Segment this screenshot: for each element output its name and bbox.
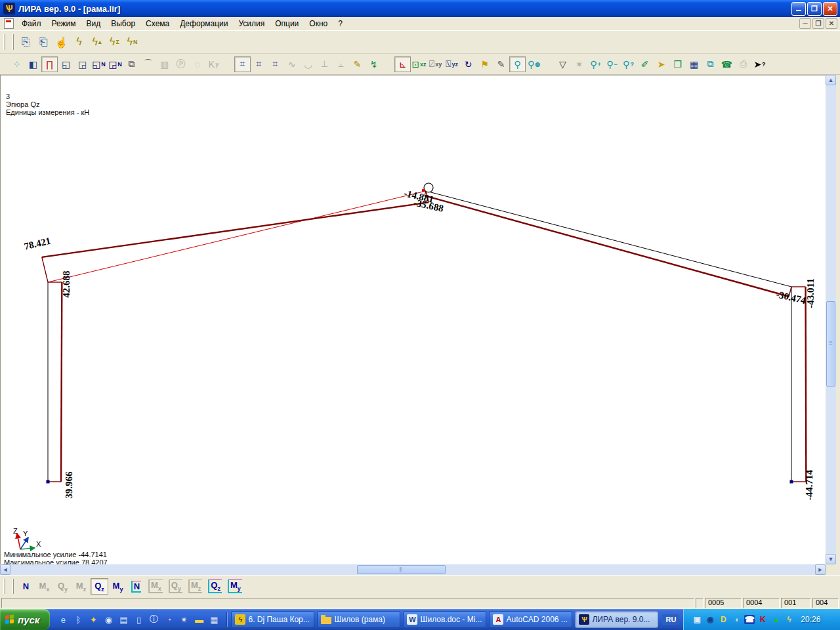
quarters-alt-icon[interactable]: ◲ (74, 56, 91, 72)
start-button[interactable]: пуск (0, 609, 50, 630)
qz-button[interactable]: Qz (91, 578, 108, 595)
clock[interactable]: 20:26 (801, 615, 820, 624)
book-pencil-icon[interactable]: ❒ (669, 56, 686, 72)
task-button[interactable]: ϟ6. Dj Паша Кор... (231, 611, 314, 628)
ruler-pencil-icon[interactable]: ✎ (349, 56, 366, 72)
keyboard-icon[interactable]: ▤ (117, 615, 130, 625)
dialer-icon[interactable]: ☎ (744, 615, 755, 624)
menu-Режим[interactable]: Режим (47, 18, 81, 30)
qz-mosaic-button[interactable]: Qz (205, 578, 224, 595)
calc-icon[interactable]: ▦ (207, 615, 220, 625)
bluetooth-icon[interactable]: ᛒ (72, 615, 85, 625)
numbers-page-icon[interactable]: ⧉ (123, 56, 140, 72)
quarters-icon[interactable]: ◱ (58, 56, 74, 72)
plane-yz-icon[interactable]: ⍂yz (444, 56, 460, 72)
n-mosaic-button[interactable]: N (127, 578, 145, 595)
power-icon[interactable]: ◉ (102, 615, 115, 625)
zoom-world-icon[interactable]: ⚲◍ (526, 56, 542, 72)
menu-Выбор[interactable]: Выбор (106, 18, 140, 30)
menu-Схема[interactable]: Схема (140, 18, 175, 30)
device-icon[interactable]: ▯ (132, 615, 145, 625)
document-icon[interactable] (4, 18, 14, 29)
menu-Опции[interactable]: Опции (270, 18, 304, 30)
scroll-down-button[interactable]: ▼ (826, 554, 836, 564)
my-button[interactable]: My (109, 578, 127, 595)
menu-Усилия[interactable]: Усилия (233, 18, 270, 30)
n-button[interactable]: N (17, 578, 35, 595)
plane-xy-icon[interactable]: ⍁xy (427, 56, 444, 72)
help-cursor-icon[interactable]: ➤? (751, 56, 768, 72)
flash-roof-icon[interactable]: ϟ▴ (88, 33, 106, 51)
green-refresh-icon[interactable]: ↯ (366, 56, 382, 72)
toolbar-grip[interactable] (12, 579, 14, 594)
ie-icon[interactable]: e (56, 615, 70, 625)
fragment-frame-icon[interactable]: ⌗ (234, 56, 251, 72)
menu-?[interactable]: ? (333, 18, 348, 30)
frame-diagram-icon[interactable]: ∏ (41, 56, 58, 72)
volume-icon[interactable]: ◖ (731, 615, 742, 624)
paste-fragment-icon[interactable]: ⎗ (35, 33, 52, 51)
zoom-plus-icon[interactable]: ⚲+ (587, 56, 604, 72)
task-button[interactable]: ѰЛИРА вер. 9.0... (575, 611, 658, 628)
cd-gear-icon[interactable]: ◉ (705, 615, 715, 624)
keys-icon[interactable]: ✦ (87, 615, 100, 625)
task-button[interactable]: WШилов.doc - Mi... (403, 611, 486, 628)
nodes-scheme-icon[interactable]: ⁘ (9, 56, 25, 72)
restore-button[interactable]: ❐ (807, 2, 822, 16)
scroll-left-button[interactable]: ◄ (0, 564, 10, 575)
vertical-scrollbar[interactable]: ▲ ▼ (826, 75, 836, 564)
network-monitor-icon[interactable]: ▣ (692, 615, 702, 624)
flash-n-icon[interactable]: ϟN (123, 33, 141, 51)
table-pencil-icon[interactable]: ▦ (686, 56, 702, 72)
mosaic-n2-icon[interactable]: ◲N (107, 56, 123, 72)
child-restore-button[interactable]: ❐ (812, 18, 824, 29)
copy-fragment-icon[interactable]: ⎘ (17, 33, 35, 51)
scroll-up-button[interactable]: ▲ (826, 75, 836, 85)
flashlight-icon[interactable]: ➤ (653, 56, 669, 72)
language-indicator[interactable]: RU (662, 614, 679, 625)
download-master-icon[interactable]: D (718, 615, 728, 624)
rotate-icon[interactable]: ↻ (460, 56, 476, 72)
curve-page-icon[interactable]: ⌒ (140, 56, 156, 72)
satellite-icon[interactable]: ✴ (177, 615, 190, 625)
zoom-in-icon[interactable]: ⚲ (509, 56, 526, 72)
toolbar-grip[interactable] (3, 34, 5, 50)
menu-Деформации[interactable]: Деформации (175, 18, 233, 30)
horizontal-scrollbar[interactable]: ◄ ► (0, 564, 826, 575)
menu-Вид[interactable]: Вид (81, 18, 106, 30)
plane-xz-icon[interactable]: ⊡xz (411, 56, 427, 72)
funnel-filter-icon[interactable]: ▽ (555, 56, 571, 72)
my-mosaic-button[interactable]: My (225, 578, 245, 595)
axes-xyz-icon[interactable]: ⊾ (394, 56, 411, 72)
avp-icon[interactable]: ▲ (770, 615, 781, 624)
toolbar-grip[interactable] (3, 579, 5, 594)
kaspersky-icon[interactable]: K (757, 615, 768, 624)
calculator-icon[interactable]: ☎ (719, 56, 735, 72)
winamp-tray-icon[interactable]: ϟ (784, 615, 794, 624)
mosaic-n-icon[interactable]: ◱N (91, 56, 107, 72)
scroll-right-button[interactable]: ► (815, 564, 826, 575)
menu-Файл[interactable]: Файл (16, 18, 47, 30)
horizontal-scroll-thumb[interactable] (357, 565, 446, 574)
pencil-icon[interactable]: ✎ (493, 56, 509, 72)
fragment-frame3-icon[interactable]: ⌗ (267, 56, 284, 72)
scheme-display-icon[interactable]: ◧ (25, 56, 41, 72)
vertical-scroll-thumb[interactable] (826, 301, 835, 387)
child-close-button[interactable]: ✕ (826, 18, 837, 29)
flash-hatch-icon[interactable]: ϟ (70, 33, 88, 51)
pointer-alert-icon[interactable]: ☝ (52, 33, 70, 51)
zoom-query-icon[interactable]: ⚲? (620, 56, 637, 72)
child-minimize-button[interactable]: ─ (799, 18, 811, 29)
brush-icon[interactable]: ✐ (637, 56, 653, 72)
toolbar-grip[interactable] (12, 34, 14, 50)
info-icon[interactable]: ⓘ (147, 614, 160, 625)
papers-icon[interactable]: ⧉ (702, 56, 719, 72)
flash-sigma-icon[interactable]: ϟΣ (106, 33, 123, 51)
ruler-icon[interactable]: ▬ (192, 615, 205, 625)
task-button[interactable]: AAutoCAD 2006 ... (489, 611, 572, 628)
flag-icon[interactable]: ⚑ (476, 56, 493, 72)
fragment-frame2-icon[interactable]: ⌗ (251, 56, 267, 72)
task-button[interactable]: Шилов (рама) (317, 611, 400, 628)
zoom-minus-icon[interactable]: ⚲− (604, 56, 620, 72)
menu-Окно[interactable]: Окно (304, 18, 333, 30)
